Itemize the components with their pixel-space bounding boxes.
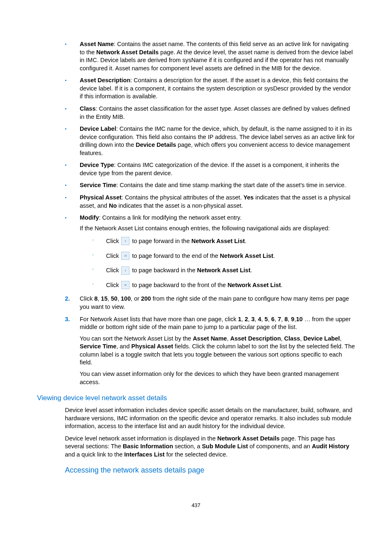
text: Click — [80, 295, 94, 302]
step-3: 3. For Network Asset lists that have mor… — [65, 315, 355, 387]
list-item: Asset Description: Contains a descriptio… — [65, 76, 355, 101]
text: Device level network asset information i… — [65, 435, 217, 442]
bold-inline: Network Asset Details — [217, 435, 280, 442]
text: Click — [106, 253, 120, 259]
bold-inline: 200 — [141, 295, 151, 302]
nav-aid-item: Click » to page forward to the end of th… — [92, 250, 355, 262]
text: , — [98, 295, 101, 302]
page-first-icon: « — [121, 281, 129, 289]
bold-inline: Network Asset List — [228, 282, 281, 288]
text: , — [261, 316, 265, 322]
bold-inline: Yes — [243, 194, 254, 201]
text: , — [108, 295, 111, 302]
bold-inline: 8 — [94, 295, 97, 302]
bold-inline: 15 — [101, 295, 108, 302]
nav-aid-item: Click « to page backward to the front of… — [92, 280, 355, 291]
text: : Contains the physical attributes of th… — [122, 194, 244, 201]
bold-inline: Service Time — [80, 343, 116, 350]
bold-inline: 7 — [278, 316, 281, 322]
term: Modify — [80, 214, 99, 221]
nav-aid-item: Click › to page forward in the Network A… — [92, 236, 355, 247]
paragraph: You can sort the Network Asset List by t… — [80, 335, 355, 367]
text: , — [268, 316, 271, 322]
text: section, a — [173, 443, 202, 450]
paragraph: Device level asset information includes … — [65, 406, 355, 431]
list-item: Device Label: Contains the IMC name for … — [65, 125, 355, 157]
bold-inline: 50 — [111, 295, 118, 302]
page-last-icon: » — [121, 252, 129, 260]
text: , — [227, 335, 230, 342]
text: : Contains IMC categorization of the dev… — [80, 162, 339, 176]
list-item: Device Type: Contains IMC categorization… — [65, 161, 355, 177]
field-definitions-list: Asset Name: Contains the asset name. The… — [65, 40, 355, 291]
text: For Network Asset lists that have more t… — [80, 316, 238, 322]
paragraph: Device level network asset information i… — [65, 435, 355, 459]
bold-inline: Network Asset List — [197, 267, 250, 273]
text: to page backward in the — [130, 267, 197, 273]
term: Class — [80, 105, 96, 112]
step-number: 2. — [65, 295, 70, 303]
bold-inline: Asset Name — [193, 335, 227, 342]
bold-inline: Basic Information — [123, 443, 173, 450]
page-next-icon: › — [121, 237, 129, 245]
section-heading: Viewing device level network asset detai… — [37, 394, 355, 403]
list-item: Class: Contains the asset classification… — [65, 105, 355, 121]
text: , — [274, 316, 278, 322]
text: : Contains a link for modifying the netw… — [99, 214, 242, 221]
term: Asset Description — [80, 77, 130, 83]
bold-inline: Device Label — [303, 335, 340, 342]
text: . — [250, 267, 252, 273]
text: to page forward to the end of the — [130, 253, 220, 259]
bold-inline: 10 — [296, 316, 302, 322]
text: , — [118, 295, 121, 302]
text: . — [273, 253, 275, 259]
list-item: Asset Name: Contains the asset name. The… — [65, 40, 355, 72]
bold-inline: Audit History — [312, 443, 349, 450]
paragraph: If the Network Asset List contains enoug… — [80, 225, 355, 233]
numbered-steps: 2. Click 8, 15, 50, 100, or 200 from the… — [65, 295, 355, 386]
text: of components, and an — [248, 443, 312, 450]
text: , — [340, 335, 341, 342]
term: Service Time — [80, 182, 116, 188]
text: : Contains the date and time stamp marki… — [116, 182, 346, 188]
term: Device Label — [80, 125, 116, 132]
text: . — [281, 282, 283, 288]
text: . — [245, 238, 247, 244]
bold-inline: 5 — [265, 316, 268, 322]
text: indicates that the asset is a non-physic… — [117, 202, 243, 209]
bold-inline: 3 — [251, 316, 255, 322]
bold-inline: 100 — [121, 295, 131, 302]
bold-inline: Network Asset List — [191, 238, 245, 244]
bold-inline: Network Asset List — [220, 253, 273, 259]
step-number: 3. — [65, 315, 70, 324]
text: and a quick link to the — [65, 451, 124, 458]
step-2: 2. Click 8, 15, 50, 100, or 200 from the… — [65, 295, 355, 311]
page-numbers: 1, 2, 3, 4, 5, 6, 7, 8, 9,10 — [238, 316, 302, 322]
page-prev-icon: ‹ — [121, 266, 129, 275]
list-item-modify: Modify: Contains a link for modifying th… — [65, 214, 355, 291]
text: Click — [106, 238, 120, 244]
text: to page backward to the front of the — [130, 282, 227, 288]
nav-aid-item: Click ‹ to page backward in the Network … — [92, 265, 355, 276]
bold-inline: Sub Module List — [202, 443, 248, 450]
bold-inline: No — [109, 202, 117, 209]
text: , — [281, 335, 284, 342]
bold-inline: Class — [284, 335, 300, 342]
text: You can sort the Network Asset List by t… — [80, 335, 193, 342]
bold-inline: Device Details — [136, 141, 176, 148]
nav-aid-list: Click › to page forward in the Network A… — [92, 236, 355, 291]
bold-inline: Network Asset Details — [96, 49, 159, 56]
term: Device Type — [80, 162, 114, 168]
list-item: Physical Asset: Contains the physical at… — [65, 194, 355, 210]
bold-inline: Asset Description — [230, 335, 281, 342]
text: , and — [116, 343, 131, 350]
page-content: Asset Name: Contains the asset name. The… — [37, 40, 355, 475]
page-number: 437 — [0, 502, 392, 508]
bold-inline: Physical Asset — [131, 343, 173, 350]
term: Physical Asset — [80, 194, 122, 201]
text: for the selected device. — [165, 451, 228, 458]
bold-inline: 4 — [258, 316, 261, 322]
document-page: Asset Name: Contains the asset name. The… — [0, 0, 392, 533]
text: , — [255, 316, 258, 322]
list-item: Service Time: Contains the date and time… — [65, 181, 355, 190]
